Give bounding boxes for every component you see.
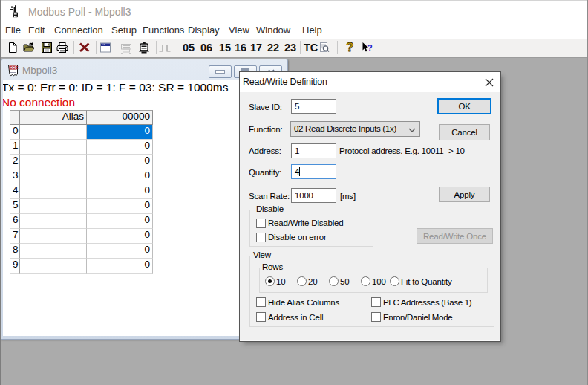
svg-text:DOC: DOC — [10, 66, 19, 70]
svg-text:?: ? — [368, 43, 373, 52]
